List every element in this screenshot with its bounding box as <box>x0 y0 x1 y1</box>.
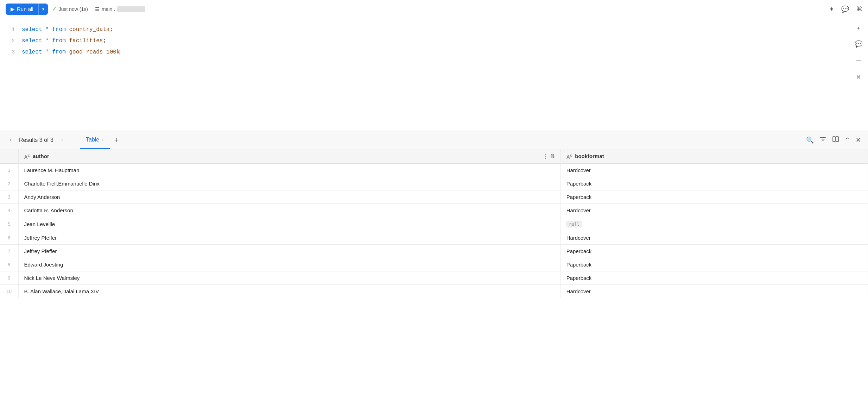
bookformat-type-icon: Ac <box>566 153 572 160</box>
row-num-cell: 9 <box>0 271 18 284</box>
bookformat-cell: Paperback <box>560 177 868 190</box>
row-num-cell: 2 <box>0 177 18 190</box>
sparkle-icon[interactable]: ✦ <box>857 24 861 32</box>
results-bar: ← Results 3 of 3 → Table + + 🔍 ⌃ ✕ <box>0 131 868 149</box>
chat-sidebar-icon[interactable]: 💬 <box>855 40 862 48</box>
toolbar: ▶ Run all ▾ ✓ Just now (1s) ☰ main . ✦ 💬… <box>0 0 868 18</box>
author-type-icon: Ac <box>24 153 30 160</box>
separator-line: — <box>856 56 861 65</box>
prev-result-button[interactable]: ← <box>7 135 16 145</box>
next-result-button[interactable]: → <box>56 135 65 145</box>
spark-icon[interactable]: ✦ <box>829 5 834 13</box>
table-header-row: Ac author ⋮ ⇅ Ac bookformat <box>0 149 868 163</box>
table-row: 9Nick Le Neve WalmsleyPaperback <box>0 271 868 284</box>
bookformat-cell: Hardcover <box>560 231 868 244</box>
author-cell: Laurence M. Hauptman <box>18 163 560 177</box>
code-line-1: 1 select * from country_data; <box>8 24 860 35</box>
author-cell: Jean Leveille <box>18 217 560 231</box>
author-cell: B. Alan Wallace,Dalai Lama XIV <box>18 284 560 298</box>
author-cell: Nick Le Neve Walmsley <box>18 271 560 284</box>
table-tab-label: Table <box>86 137 99 143</box>
run-icon: ▶ <box>11 6 15 12</box>
author-sort-icon[interactable]: ⇅ <box>550 153 555 159</box>
columns-icon[interactable] <box>832 136 839 144</box>
row-num-cell: 4 <box>0 203 18 217</box>
status-text: Just now (1s) <box>59 6 88 12</box>
author-column-header[interactable]: Ac author ⋮ ⇅ <box>18 149 560 163</box>
author-menu-icon[interactable]: ⋮ <box>543 153 548 159</box>
svg-rect-0 <box>833 137 835 142</box>
db-icon: ☰ <box>95 6 100 12</box>
row-num-cell: 1 <box>0 163 18 177</box>
bookformat-cell: Hardcover <box>560 284 868 298</box>
status-indicator: ✓ Just now (1s) <box>52 6 88 12</box>
line-number-3: 3 <box>8 47 15 57</box>
author-cell: Jeffrey Pfeffer <box>18 244 560 258</box>
table-row: 5Jean Leveillenull <box>0 217 868 231</box>
editor-right-icons: ✦ 💬 — ⌘ <box>855 24 862 81</box>
bookformat-cell: null <box>560 217 868 231</box>
bookformat-cell: Paperback <box>560 244 868 258</box>
db-name-placeholder <box>117 6 145 12</box>
author-label: author <box>33 153 49 159</box>
db-label: main . <box>102 6 115 12</box>
search-results-icon[interactable]: 🔍 <box>806 136 814 144</box>
row-num-cell: 7 <box>0 244 18 258</box>
bookformat-cell: Paperback <box>560 190 868 203</box>
command-icon[interactable]: ⌘ <box>857 74 861 81</box>
row-num-header <box>0 149 18 163</box>
author-cell: Charlotte Fiell,Emmanuelle Dirix <box>18 177 560 190</box>
table-tab[interactable]: Table + <box>80 131 110 149</box>
results-table: Ac author ⋮ ⇅ Ac bookformat 1 <box>0 149 868 298</box>
svg-rect-1 <box>836 137 838 142</box>
null-badge: null <box>566 221 582 227</box>
results-bar-right: 🔍 ⌃ ✕ <box>806 136 865 144</box>
table-row: 8Edward JoestingPaperback <box>0 258 868 271</box>
code-content-3: select * from good_reads_100k <box>22 46 120 58</box>
row-num-cell: 8 <box>0 258 18 271</box>
settings-icon[interactable]: ⌘ <box>856 5 862 13</box>
table-row: 7Jeffrey PfefferPaperback <box>0 244 868 258</box>
table-row: 3Andy AndersonPaperback <box>0 190 868 203</box>
results-label: Results 3 of 3 <box>19 137 53 143</box>
run-all-label: Run all <box>17 6 33 12</box>
line-number-2: 2 <box>8 36 15 46</box>
code-content-1: select * from country_data; <box>22 24 113 35</box>
table-row: 6Jeffrey PfefferHardcover <box>0 231 868 244</box>
row-num-cell: 5 <box>0 217 18 231</box>
row-num-cell: 3 <box>0 190 18 203</box>
table-tab-dropdown-icon[interactable]: + <box>101 137 104 143</box>
author-cell: Jeffrey Pfeffer <box>18 231 560 244</box>
code-line-3: 3 select * from good_reads_100k <box>8 46 860 58</box>
chat-icon[interactable]: 💬 <box>841 5 849 13</box>
row-num-cell: 10 <box>0 284 18 298</box>
table-area[interactable]: Ac author ⋮ ⇅ Ac bookformat 1 <box>0 149 868 420</box>
table-row: 4Carlotta R. AndersonHardcover <box>0 203 868 217</box>
results-nav: ← Results 3 of 3 → <box>3 135 80 145</box>
bookformat-cell: Hardcover <box>560 163 868 177</box>
table-row: 2Charlotte Fiell,Emmanuelle DirixPaperba… <box>0 177 868 190</box>
filter-icon[interactable] <box>819 136 826 144</box>
bookformat-cell: Paperback <box>560 271 868 284</box>
author-cell: Edward Joesting <box>18 258 560 271</box>
code-line-2: 2 select * from facilities; <box>8 35 860 46</box>
line-number-1: 1 <box>8 25 15 35</box>
table-row: 10B. Alan Wallace,Dalai Lama XIVHardcove… <box>0 284 868 298</box>
check-icon: ✓ <box>52 6 57 12</box>
add-tab-button[interactable]: + <box>110 136 123 145</box>
bookformat-cell: Hardcover <box>560 203 868 217</box>
collapse-icon[interactable]: ⌃ <box>845 136 850 144</box>
db-info[interactable]: ☰ main . <box>95 6 145 12</box>
editor-area[interactable]: 1 select * from country_data; 2 select *… <box>0 18 868 131</box>
author-cell: Carlotta R. Anderson <box>18 203 560 217</box>
bookformat-cell: Paperback <box>560 258 868 271</box>
bookformat-column-header[interactable]: Ac bookformat <box>560 149 868 163</box>
table-row: 1Laurence M. HauptmanHardcover <box>0 163 868 177</box>
close-results-icon[interactable]: ✕ <box>856 136 861 144</box>
row-num-cell: 6 <box>0 231 18 244</box>
run-all-button[interactable]: ▶ Run all ▾ <box>6 4 48 15</box>
code-content-2: select * from facilities; <box>22 35 106 46</box>
run-all-dropdown[interactable]: ▾ <box>39 4 48 14</box>
toolbar-right: ✦ 💬 ⌘ <box>829 5 862 13</box>
author-cell: Andy Anderson <box>18 190 560 203</box>
